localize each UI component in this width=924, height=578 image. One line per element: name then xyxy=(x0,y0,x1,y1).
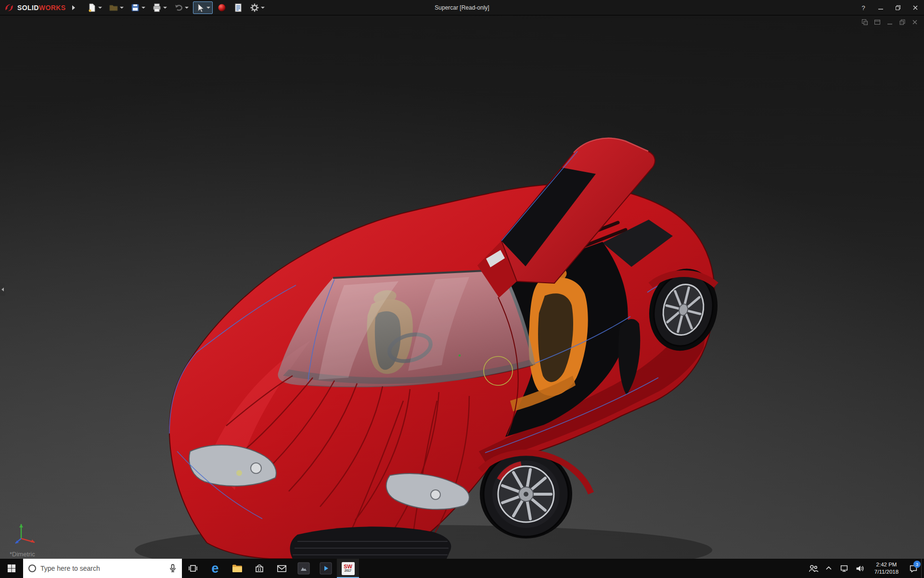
task-view-icon xyxy=(188,564,198,573)
save-icon xyxy=(130,3,140,13)
undo-button[interactable] xyxy=(171,1,191,14)
solidworks-2017-button[interactable]: SW 2017 xyxy=(337,559,359,578)
store-icon xyxy=(254,563,265,574)
pinned-app-1-button[interactable] xyxy=(293,559,315,578)
new-document-button[interactable] xyxy=(85,1,104,14)
feature-tree-flyout-tab[interactable] xyxy=(0,283,5,296)
show-desktop-button[interactable] xyxy=(921,559,924,578)
gear-icon xyxy=(250,3,259,13)
graphics-area[interactable]: *Dimetric xyxy=(0,15,924,559)
minimize-icon xyxy=(878,5,884,11)
chevron-up-icon xyxy=(825,565,833,572)
cortana-icon xyxy=(28,564,37,573)
people-button[interactable] xyxy=(806,559,821,578)
chevron-left-icon xyxy=(1,288,4,291)
network-button[interactable] xyxy=(836,559,852,578)
window-tile-icon xyxy=(874,19,881,26)
file-explorer-icon xyxy=(231,563,243,574)
system-tray: 2:42 PM 7/11/2018 3 xyxy=(806,559,924,578)
dropdown-caret-icon[interactable] xyxy=(261,7,265,9)
network-icon xyxy=(839,564,849,573)
volume-button[interactable] xyxy=(852,559,867,578)
taskbar: e xyxy=(0,559,924,578)
open-folder-icon xyxy=(109,3,118,13)
microphone-icon[interactable] xyxy=(168,564,177,573)
dropdown-caret-icon[interactable] xyxy=(141,7,145,9)
solidworks-logo: SOLIDWORKS xyxy=(0,0,69,15)
tray-date: 7/11/2018 xyxy=(874,568,898,576)
select-cursor-icon xyxy=(195,3,205,13)
doc-minimize-button[interactable] xyxy=(886,18,893,26)
restore-button[interactable] xyxy=(889,0,907,15)
open-button[interactable] xyxy=(106,1,126,14)
tray-time: 2:42 PM xyxy=(876,561,897,568)
dropdown-caret-icon[interactable] xyxy=(98,7,102,9)
doc-restore-icon xyxy=(899,19,906,26)
titlebar: SOLIDWORKS xyxy=(0,0,924,15)
window-tile-button[interactable] xyxy=(873,18,881,26)
new-document-icon xyxy=(87,3,97,13)
car-model[interactable] xyxy=(0,15,924,559)
pinned-app-icon-1 xyxy=(297,562,310,575)
menu-expander-arrow[interactable] xyxy=(69,2,78,13)
hidden-icons-button[interactable] xyxy=(821,559,836,578)
solidworks-logo-text: SOLIDWORKS xyxy=(17,4,65,12)
file-properties-button[interactable] xyxy=(231,1,245,14)
select-button[interactable] xyxy=(193,1,213,14)
rebuild-button[interactable] xyxy=(215,1,229,14)
help-icon: ? xyxy=(861,4,865,12)
doc-close-button[interactable] xyxy=(911,18,918,26)
dropdown-caret-icon[interactable] xyxy=(120,7,124,9)
view-orientation-label: *Dimetric xyxy=(10,551,35,558)
doc-minimize-icon xyxy=(886,19,893,26)
search-input[interactable] xyxy=(40,565,165,572)
chevron-right-icon xyxy=(72,5,75,10)
doc-restore-button[interactable] xyxy=(898,18,906,26)
options-button[interactable] xyxy=(247,1,267,14)
close-icon xyxy=(912,5,918,11)
speaker-icon xyxy=(855,564,864,573)
start-button[interactable] xyxy=(0,559,23,578)
doc-close-icon xyxy=(911,19,918,26)
edge-icon: e xyxy=(211,562,218,575)
minimize-button[interactable] xyxy=(872,0,889,15)
window-switch-button[interactable] xyxy=(861,18,868,26)
quick-access-toolbar xyxy=(85,0,267,15)
notification-badge: 3 xyxy=(913,561,921,568)
people-icon xyxy=(808,564,819,573)
document-window-controls xyxy=(861,18,918,26)
solidworks-window: SOLIDWORKS xyxy=(0,0,924,578)
restore-icon xyxy=(895,5,901,11)
file-explorer-button[interactable] xyxy=(226,559,248,578)
help-button[interactable]: ? xyxy=(855,0,872,15)
undo-icon xyxy=(174,3,183,13)
pinned-app-2-button[interactable] xyxy=(315,559,337,578)
window-controls: ? xyxy=(855,0,924,15)
save-button[interactable] xyxy=(128,1,148,14)
mail-button[interactable] xyxy=(270,559,293,578)
print-button[interactable] xyxy=(150,1,169,14)
dropdown-caret-icon[interactable] xyxy=(185,7,189,9)
print-icon xyxy=(152,3,162,13)
taskbar-clock[interactable]: 2:42 PM 7/11/2018 xyxy=(867,559,906,578)
rebuild-sphere-icon xyxy=(217,3,227,13)
windows-start-icon xyxy=(7,564,16,573)
task-view-button[interactable] xyxy=(182,559,204,578)
file-properties-icon xyxy=(233,3,243,13)
window-title: Supercar [Read-only] xyxy=(435,0,489,15)
edge-button[interactable]: e xyxy=(204,559,226,578)
orientation-triad[interactable] xyxy=(13,518,39,545)
solidworks-2017-icon: SW 2017 xyxy=(342,562,355,575)
dropdown-caret-icon[interactable] xyxy=(206,7,210,9)
action-center-button[interactable]: 3 xyxy=(906,559,921,578)
mail-icon xyxy=(276,564,287,573)
pinned-app-icon-2 xyxy=(320,562,332,575)
close-button[interactable] xyxy=(907,0,924,15)
solidworks-logo-icon xyxy=(4,2,14,13)
taskbar-search[interactable] xyxy=(23,559,182,578)
window-switch-icon xyxy=(861,19,868,26)
dropdown-caret-icon[interactable] xyxy=(163,7,167,9)
store-button[interactable] xyxy=(248,559,270,578)
